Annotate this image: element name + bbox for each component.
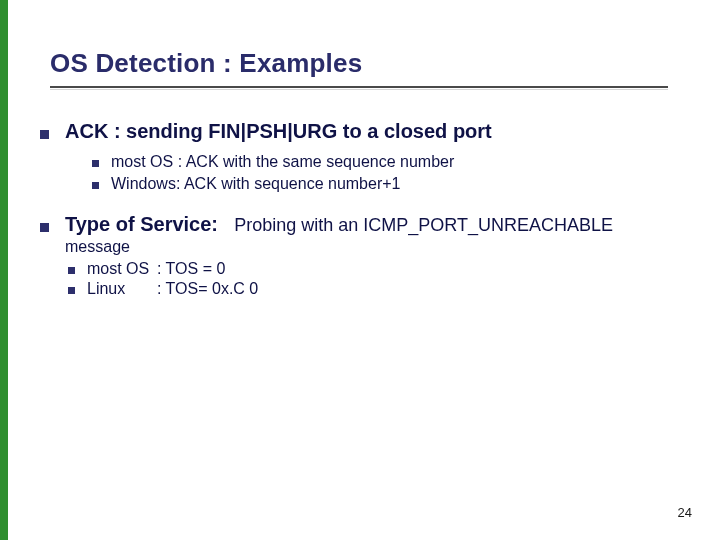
slide-content: ACK : sending FIN|PSH|URG to a closed po… xyxy=(40,120,680,318)
slide-title: OS Detection : Examples xyxy=(50,48,670,79)
sub-text: Windows: ACK with sequence number+1 xyxy=(111,175,400,193)
sub-key: Linux xyxy=(87,280,157,298)
square-bullet-icon xyxy=(92,182,99,189)
square-bullet-icon xyxy=(68,267,75,274)
bullet-list: ACK : sending FIN|PSH|URG to a closed po… xyxy=(40,120,680,298)
sub-item: most OS : ACK with the same sequence num… xyxy=(92,153,680,171)
bullet-ack: ACK : sending FIN|PSH|URG to a closed po… xyxy=(40,120,680,193)
sub-key: most OS xyxy=(87,260,157,278)
title-rule xyxy=(50,86,668,90)
square-bullet-icon xyxy=(40,130,49,139)
bullet-heading: ACK : sending FIN|PSH|URG to a closed po… xyxy=(65,120,492,143)
sub-list: most OS : ACK with the same sequence num… xyxy=(92,153,680,193)
sub-item: Windows: ACK with sequence number+1 xyxy=(92,175,680,193)
sub-list: most OS : TOS = 0 Linux : TOS= 0x.C 0 xyxy=(68,260,680,298)
sub-val: : TOS= 0x.C 0 xyxy=(157,280,258,298)
sub-val: : TOS = 0 xyxy=(157,260,225,278)
square-bullet-icon xyxy=(68,287,75,294)
bullet-heading-rest: Probing with an ICMP_PORT_UNREACHABLE xyxy=(234,215,613,235)
square-bullet-icon xyxy=(92,160,99,167)
sub-item: most OS : TOS = 0 xyxy=(68,260,680,278)
square-bullet-icon xyxy=(40,223,49,232)
sub-item: Linux : TOS= 0x.C 0 xyxy=(68,280,680,298)
bullet-heading-bold: Type of Service: xyxy=(65,213,218,235)
bullet-tos: Type of Service: Probing with an ICMP_PO… xyxy=(40,213,680,298)
page-number: 24 xyxy=(678,505,692,520)
accent-bar xyxy=(0,0,8,540)
title-wrap: OS Detection : Examples xyxy=(50,48,670,79)
sub-text: most OS : ACK with the same sequence num… xyxy=(111,153,454,171)
bullet-continuation: message xyxy=(65,238,680,256)
